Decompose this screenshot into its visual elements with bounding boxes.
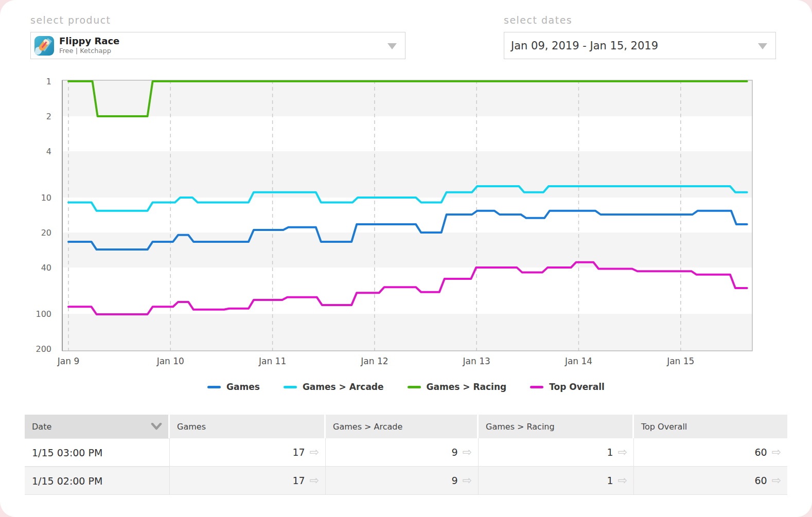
racing-rank-cell: 1 ⇨ [479,467,634,495]
svg-text:20: 20 [41,228,51,238]
date-cell: 1/15 03:00 PM [25,438,170,467]
sort-chevron-icon [151,423,162,430]
rank-value: 1 [607,447,613,458]
svg-text:4: 4 [46,147,51,156]
svg-text:Jan 10: Jan 10 [156,356,184,366]
date-cell: 1/15 02:00 PM [25,467,170,495]
rank-tracker-panel: select product Flippy Race Free | Ketcha… [0,0,812,517]
top-overall-rank-cell: 60 ⇨ [634,438,787,467]
legend-label: Games [226,382,260,392]
arcade-line-swatch [284,386,297,388]
racing-rank-cell: 1 ⇨ [479,438,634,467]
date-header-label: Date [32,422,51,432]
table-row: 1/15 02:00 PM 17 ⇨ 9 ⇨ 1 ⇨ 60 ⇨ [25,467,787,495]
svg-text:Jan 11: Jan 11 [258,356,286,366]
legend-label: Games > Racing [427,382,507,392]
rank-value: 60 [754,447,767,458]
svg-text:2: 2 [46,112,51,121]
rank-value: 60 [754,475,767,486]
svg-text:200: 200 [36,344,51,354]
legend-item-games-racing[interactable]: Games > Racing [408,382,507,392]
svg-text:Jan 12: Jan 12 [360,356,388,366]
svg-text:Jan 14: Jan 14 [564,356,592,366]
goto-rank-arrow-icon[interactable]: ⇨ [463,447,472,458]
legend-item-games[interactable]: Games [207,382,260,392]
rank-table: Date Games Games > Arcade Games > Racing… [25,415,787,495]
games-rank-cell: 17 ⇨ [170,467,326,495]
rank-value: 9 [451,447,457,458]
rank-value: 17 [292,475,305,486]
column-header-top-overall: Top Overall [634,415,787,438]
svg-text:Jan 13: Jan 13 [463,356,490,366]
chart-legend: Games Games > Arcade Games > Racing Top … [0,382,812,392]
legend-label: Top Overall [549,382,605,392]
goto-rank-arrow-icon[interactable]: ⇨ [618,475,627,486]
goto-rank-arrow-icon[interactable]: ⇨ [772,447,781,458]
column-header-games-racing: Games > Racing [479,415,634,438]
column-header-games: Games [170,415,326,438]
goto-rank-arrow-icon[interactable]: ⇨ [463,475,472,486]
svg-text:40: 40 [41,263,51,273]
top-overall-rank-cell: 60 ⇨ [634,467,787,495]
legend-item-games-arcade[interactable]: Games > Arcade [284,382,384,392]
column-header-date[interactable]: Date [25,415,170,438]
table-row: 1/15 03:00 PM 17 ⇨ 9 ⇨ 1 ⇨ 60 ⇨ [25,438,787,467]
top-overall-line-swatch [530,386,543,388]
rank-value: 1 [607,475,613,486]
rank-value: 9 [451,475,457,486]
rank-value: 17 [292,447,305,458]
rank-history-chart: Jan 9Jan 10Jan 11Jan 12Jan 13Jan 14Jan 1… [0,0,812,376]
svg-text:1: 1 [46,77,51,86]
svg-text:Jan 9: Jan 9 [57,356,79,366]
goto-rank-arrow-icon[interactable]: ⇨ [618,447,627,458]
legend-item-top-overall[interactable]: Top Overall [530,382,605,392]
svg-text:100: 100 [36,309,51,319]
goto-rank-arrow-icon[interactable]: ⇨ [772,475,781,486]
goto-rank-arrow-icon[interactable]: ⇨ [310,475,319,486]
legend-label: Games > Arcade [303,382,384,392]
games-line-swatch [207,386,221,388]
racing-line-swatch [408,386,421,388]
goto-rank-arrow-icon[interactable]: ⇨ [310,447,319,458]
arcade-rank-cell: 9 ⇨ [326,438,479,467]
games-rank-cell: 17 ⇨ [170,438,326,467]
svg-text:Jan 15: Jan 15 [666,356,694,366]
svg-text:10: 10 [41,193,51,203]
table-header-row: Date Games Games > Arcade Games > Racing… [25,415,787,438]
arcade-rank-cell: 9 ⇨ [326,467,479,495]
column-header-games-arcade: Games > Arcade [326,415,479,438]
